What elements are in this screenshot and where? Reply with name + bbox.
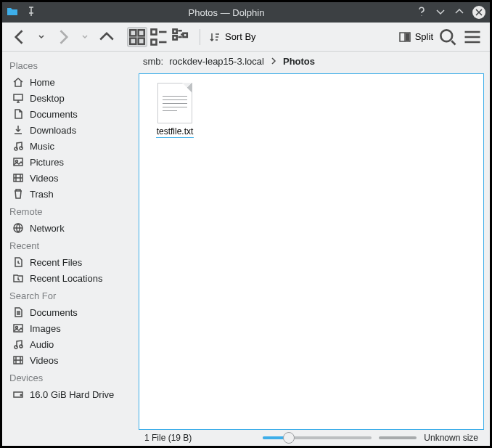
icons-view-button[interactable] bbox=[127, 27, 147, 47]
svg-rect-12 bbox=[14, 94, 22, 100]
split-label: Split bbox=[415, 31, 433, 42]
search-button[interactable] bbox=[438, 27, 458, 47]
sidebar-item-hard-drive[interactable]: 16.0 GiB Hard Drive bbox=[2, 386, 139, 402]
sidebar-item-search-videos[interactable]: Videos bbox=[2, 352, 139, 368]
svg-rect-7 bbox=[173, 36, 177, 39]
svg-point-16 bbox=[16, 160, 18, 163]
help-icon[interactable] bbox=[416, 6, 427, 20]
minimize-icon[interactable] bbox=[435, 6, 446, 20]
svg-rect-4 bbox=[152, 29, 157, 34]
up-button[interactable] bbox=[97, 27, 117, 47]
toolbar: Sort By Split bbox=[2, 23, 490, 52]
sidebar-header-places: Places bbox=[2, 56, 139, 74]
svg-rect-5 bbox=[152, 39, 157, 44]
titlebar: Photos — Dolphin bbox=[2, 2, 490, 23]
svg-rect-10 bbox=[406, 33, 409, 41]
disk-usage-bar bbox=[379, 436, 417, 439]
zoom-slider[interactable] bbox=[263, 436, 372, 439]
forward-button[interactable] bbox=[53, 27, 73, 47]
svg-point-21 bbox=[15, 346, 17, 349]
file-item[interactable]: testfile.txt bbox=[148, 83, 202, 138]
svg-point-22 bbox=[20, 345, 22, 348]
sort-by-label: Sort By bbox=[225, 31, 256, 42]
svg-point-11 bbox=[440, 30, 452, 41]
separator bbox=[200, 29, 200, 45]
status-size: Unknown size bbox=[424, 433, 478, 443]
breadcrumb: smb: rockdev-leap15-3.local Photos bbox=[139, 52, 484, 73]
svg-point-14 bbox=[20, 147, 22, 150]
svg-point-20 bbox=[16, 327, 18, 329]
pin-icon[interactable] bbox=[25, 6, 37, 20]
breadcrumb-current[interactable]: Photos bbox=[283, 56, 315, 67]
sidebar-header-recent: Recent bbox=[2, 236, 139, 254]
split-button[interactable]: Split bbox=[399, 31, 433, 43]
compact-view-button[interactable] bbox=[149, 27, 169, 47]
app-icon bbox=[7, 6, 18, 20]
close-icon[interactable] bbox=[472, 6, 485, 19]
sidebar-item-recent-locations[interactable]: Recent Locations bbox=[2, 270, 139, 286]
forward-dropdown[interactable] bbox=[75, 27, 95, 47]
sidebar-item-network[interactable]: Network bbox=[2, 220, 139, 236]
chevron-right-icon bbox=[270, 56, 277, 67]
svg-rect-1 bbox=[139, 30, 144, 36]
breadcrumb-host[interactable]: rockdev-leap15-3.local bbox=[169, 56, 264, 67]
breadcrumb-prefix[interactable]: smb: bbox=[143, 56, 163, 67]
sidebar-item-videos[interactable]: Videos bbox=[2, 170, 139, 186]
status-bar: 1 File (19 B) Unknown size bbox=[139, 430, 484, 446]
sidebar-item-search-documents[interactable]: Documents bbox=[2, 304, 139, 320]
back-button[interactable] bbox=[9, 27, 30, 47]
file-name[interactable]: testfile.txt bbox=[156, 126, 194, 138]
file-icon bbox=[157, 83, 192, 123]
maximize-icon[interactable] bbox=[454, 6, 465, 20]
sidebar-item-search-audio[interactable]: Audio bbox=[2, 336, 139, 352]
back-dropdown[interactable] bbox=[31, 27, 52, 47]
svg-point-13 bbox=[15, 147, 17, 150]
sidebar-item-pictures[interactable]: Pictures bbox=[2, 154, 139, 170]
sidebar-item-recent-files[interactable]: Recent Files bbox=[2, 254, 139, 270]
window-title: Photos — Dolphin bbox=[37, 7, 416, 18]
details-view-button[interactable] bbox=[171, 27, 191, 47]
sort-by-button[interactable]: Sort By bbox=[209, 31, 256, 43]
sidebar-item-home[interactable]: Home bbox=[2, 74, 139, 90]
sidebar-header-remote: Remote bbox=[2, 202, 139, 220]
sidebar: Places Home Desktop Documents Downloads … bbox=[2, 52, 139, 446]
sidebar-item-desktop[interactable]: Desktop bbox=[2, 90, 139, 106]
sidebar-item-search-images[interactable]: Images bbox=[2, 320, 139, 336]
svg-rect-3 bbox=[139, 38, 144, 44]
svg-rect-0 bbox=[130, 30, 136, 36]
file-viewport[interactable]: testfile.txt bbox=[139, 73, 484, 430]
sidebar-item-trash[interactable]: Trash bbox=[2, 186, 139, 202]
svg-point-25 bbox=[20, 394, 22, 396]
svg-rect-8 bbox=[184, 33, 187, 36]
sidebar-header-devices: Devices bbox=[2, 368, 139, 386]
menu-button[interactable] bbox=[462, 27, 483, 47]
svg-rect-2 bbox=[130, 38, 136, 44]
sidebar-header-search: Search For bbox=[2, 286, 139, 304]
sidebar-item-downloads[interactable]: Downloads bbox=[2, 122, 139, 138]
sidebar-item-documents[interactable]: Documents bbox=[2, 106, 139, 122]
svg-rect-6 bbox=[173, 29, 177, 33]
status-count: 1 File (19 B) bbox=[144, 433, 192, 443]
sidebar-item-music[interactable]: Music bbox=[2, 138, 139, 154]
